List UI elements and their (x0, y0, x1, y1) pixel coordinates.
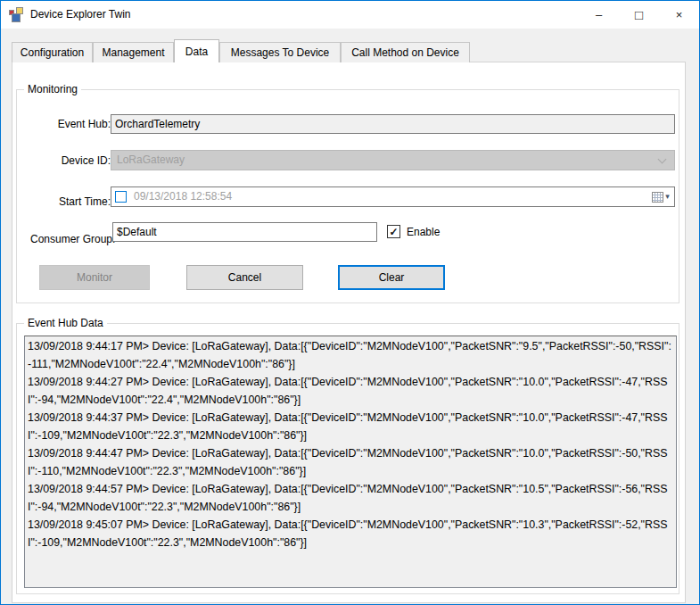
monitoring-groupbox: Monitoring Event Hub: Device ID: LoRaGat… (16, 89, 679, 303)
device-id-value: LoRaGateway (117, 153, 185, 166)
event-hub-data-groupbox: Event Hub Data 13/09/2018 9:44:17 PM> De… (16, 323, 679, 594)
start-time-picker[interactable]: 09/13/2018 12:58:54 ▾ (111, 186, 675, 207)
start-time-label: Start Time: (30, 195, 111, 208)
tab-management[interactable]: Management (93, 42, 174, 62)
chevron-down-icon (658, 155, 667, 164)
close-button[interactable]: × (659, 1, 699, 29)
start-time-checkbox[interactable] (115, 191, 127, 203)
event-hub-data-log[interactable]: 13/09/2018 9:44:17 PM> Device: [LoRaGate… (24, 336, 677, 588)
calendar-dropdown-button[interactable]: ▾ (649, 188, 672, 205)
maximize-button[interactable]: □ (619, 1, 659, 29)
enable-checkbox[interactable]: ✓ (387, 225, 400, 238)
app-window: Device Explorer Twin – □ × Configuration… (0, 0, 700, 605)
check-icon: ✓ (389, 227, 398, 237)
log-entry: 13/09/2018 9:44:47 PM> Device: [LoRaGate… (28, 444, 673, 480)
titlebar[interactable]: Device Explorer Twin – □ × (1, 1, 699, 29)
log-entry: 13/09/2018 9:44:17 PM> Device: [LoRaGate… (28, 337, 673, 373)
log-entry: 13/09/2018 9:45:07 PM> Device: [LoRaGate… (28, 516, 673, 551)
log-entry: 13/09/2018 9:44:27 PM> Device: [LoRaGate… (28, 373, 673, 409)
window-controls: – □ × (579, 1, 699, 29)
enable-label: Enable (407, 226, 440, 238)
monitoring-legend: Monitoring (24, 83, 81, 95)
tab-configuration[interactable]: Configuration (12, 42, 93, 62)
clear-button[interactable]: Clear (338, 265, 445, 290)
event-hub-input[interactable] (111, 114, 675, 134)
log-entry: 13/09/2018 9:44:57 PM> Device: [LoRaGate… (28, 480, 673, 516)
app-icon-blue-square (12, 13, 21, 22)
tab-call-method-on-device-label: Call Method on Device (351, 46, 459, 59)
tab-data[interactable]: Data (174, 39, 219, 62)
minimize-button[interactable]: – (579, 1, 619, 29)
cancel-button[interactable]: Cancel (186, 265, 303, 290)
event-hub-label: Event Hub: (30, 118, 111, 130)
device-id-combobox[interactable]: LoRaGateway (111, 150, 675, 170)
maximize-icon: □ (635, 8, 643, 21)
tab-messages-to-device-label: Messages To Device (231, 46, 330, 59)
window-title: Device Explorer Twin (30, 1, 131, 29)
monitor-button[interactable]: Monitor (39, 265, 150, 290)
device-id-label: Device ID: (30, 154, 111, 167)
start-time-value: 09/13/2018 12:58:54 (134, 187, 232, 206)
clear-button-label: Clear (379, 271, 405, 284)
consumer-group-label: Consumer Group: (30, 233, 111, 245)
event-hub-data-legend: Event Hub Data (24, 317, 107, 329)
tab-call-method-on-device[interactable]: Call Method on Device (341, 42, 470, 62)
monitor-button-label: Monitor (77, 271, 112, 284)
log-entry: 13/09/2018 9:44:37 PM> Device: [LoRaGate… (28, 409, 673, 444)
app-icon[interactable] (9, 7, 24, 22)
tab-data-label: Data (185, 46, 208, 58)
tab-messages-to-device[interactable]: Messages To Device (219, 42, 341, 62)
calendar-icon (652, 192, 663, 203)
minimize-icon: – (596, 8, 602, 21)
tab-management-label: Management (102, 46, 164, 59)
calendar-dropdown-arrow-icon: ▾ (665, 193, 670, 201)
consumer-group-input[interactable] (112, 222, 377, 242)
close-icon: × (676, 8, 683, 21)
cancel-button-label: Cancel (228, 271, 261, 284)
tab-configuration-label: Configuration (21, 46, 84, 59)
